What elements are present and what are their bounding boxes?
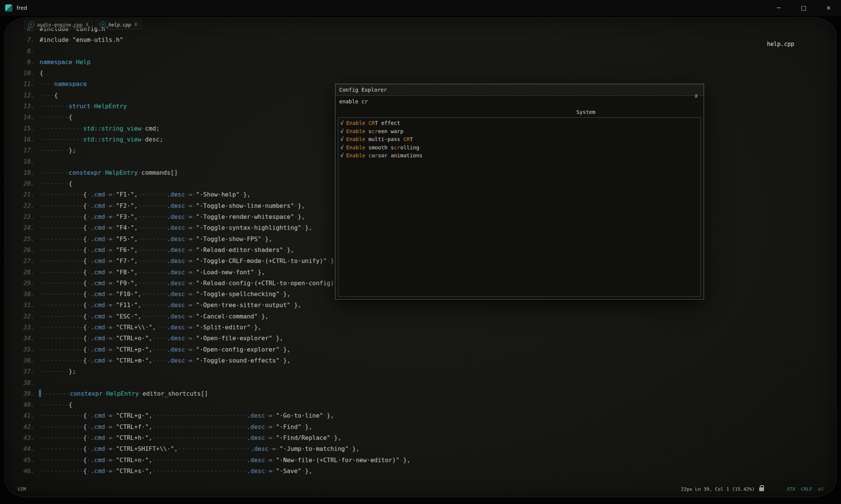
code-line[interactable]: 40.········{: [5, 399, 836, 410]
code-line[interactable]: 46.············{·.cmd·=·"CTRL+s·",······…: [5, 466, 836, 476]
line-number: 17.: [5, 145, 40, 156]
code-line-content: ········constexpr·HelpEntry·commands[]: [40, 167, 178, 178]
code-line-content: ············{·.cmd·=·"CTRL+o·",····.desc…: [40, 333, 283, 344]
window-controls: ─ □ ×: [766, 0, 841, 16]
config-item[interactable]: √Enable multi-pass CRT: [340, 135, 699, 144]
code-line[interactable]: 43.············{·.cmd·=·"CTRL+h·",······…: [5, 432, 836, 443]
code-line-content: ············{·.cmd·=·"CTRL+f·",·········…: [40, 421, 312, 432]
code-line[interactable]: 33.············{·.cmd·=·"CTRL+\\·",···.d…: [5, 322, 836, 333]
code-line-content: ············{·.cmd·=·"F4·",········.desc…: [40, 222, 312, 233]
config-item[interactable]: √Enable CRT effect: [340, 119, 699, 128]
line-number: 12.: [5, 90, 40, 101]
checkbox-checked-icon[interactable]: √: [340, 128, 343, 134]
line-number: 10.: [5, 68, 40, 78]
code-line-content: ········{: [40, 112, 72, 123]
line-number: 30.: [5, 289, 40, 300]
tab-help-cpp[interactable]: + help.cpp X: [95, 20, 141, 29]
config-explorer-header: Config Explorer: [335, 84, 704, 96]
code-line[interactable]: 10.{: [5, 68, 836, 78]
code-line[interactable]: 41.············{·.cmd·=·"CTRL+g·",······…: [5, 410, 836, 421]
code-line-content: ············{·.cmd·=·"CTRL+\\·",···.desc…: [40, 322, 261, 333]
line-number: 38.: [5, 377, 40, 388]
tab-close-icon[interactable]: X: [86, 22, 88, 27]
checkbox-checked-icon[interactable]: √: [340, 136, 343, 142]
code-line-content: ············{·.cmd·=·"F11·",·······.desc…: [40, 300, 301, 310]
minimize-button[interactable]: ─: [766, 0, 791, 16]
code-line-content: ····{: [40, 90, 58, 101]
code-line-content: ············{·.cmd·=·"CTRL+g·",·········…: [40, 410, 334, 421]
status-ws-flag: WS: [818, 486, 824, 492]
line-number: 36.: [5, 355, 40, 366]
config-search-value: enable cr: [339, 98, 368, 104]
config-item-label: Enable multi-pass CRT: [346, 136, 413, 142]
line-number: 25.: [5, 234, 40, 244]
config-item[interactable]: √Enable cursor animations: [340, 152, 699, 160]
code-line-content: ············{·.cmd·=·"CTRL+p·",····.desc…: [40, 344, 291, 355]
code-line[interactable]: 31.············{·.cmd·=·"F11·",·······.d…: [5, 300, 836, 310]
code-line[interactable]: 36.············{·.cmd·=·"CTRL+m·",····.d…: [5, 355, 836, 366]
line-number: 45.: [5, 455, 40, 466]
config-search-input[interactable]: enable cr: [335, 96, 704, 107]
config-item-label: Enable screen warp: [346, 128, 403, 134]
code-line-content: ········constexpr·HelpEntry·editor_short…: [40, 388, 208, 399]
line-number: 7.: [5, 34, 40, 45]
checkbox-checked-icon[interactable]: √: [340, 144, 343, 151]
line-number: 37.: [5, 366, 40, 377]
code-line[interactable]: 39.········constexpr·HelpEntry·editor_sh…: [5, 388, 836, 399]
code-line-content: ········{: [40, 399, 72, 410]
code-line[interactable]: 37.········};: [5, 366, 836, 377]
line-number: 46.: [5, 466, 40, 476]
code-line-content: ············{·.cmd·=·"ESC·",·······.desc…: [40, 311, 269, 322]
status-crlf-flag: CRLF: [801, 486, 812, 492]
tab-close-icon[interactable]: X: [135, 22, 137, 27]
line-number: 21.: [5, 189, 40, 200]
line-number: 16.: [5, 134, 40, 145]
config-item[interactable]: √Enable screen warp: [340, 128, 699, 136]
line-number: 14.: [5, 112, 40, 123]
line-number: 19.: [5, 167, 40, 178]
line-number: 34.: [5, 333, 40, 344]
code-line[interactable]: 35.············{·.cmd·=·"CTRL+p·",····.d…: [5, 344, 836, 355]
config-explorer-title: Config Explorer: [339, 87, 387, 93]
tab-audio-engine-cpp[interactable]: + audio-engine.cpp X: [24, 20, 92, 29]
code-line[interactable]: 42.············{·.cmd·=·"CTRL+f·",······…: [5, 421, 836, 432]
line-number: 8.: [5, 46, 40, 57]
code-line-content: {: [40, 68, 43, 78]
config-section-header: System: [335, 107, 704, 117]
code-line-content: ············{·.cmd·=·"F7·",········.desc…: [40, 255, 338, 266]
text-cursor: [40, 390, 40, 397]
code-line-content: ············std::string_view·desc;: [40, 134, 163, 145]
code-line[interactable]: 7.#include·"enum-utils.h": [5, 34, 836, 45]
line-number: 44.: [5, 443, 40, 454]
config-explorer-panel: Config Explorer X enable cr System √Enab…: [335, 84, 704, 300]
code-line-content: ········};: [40, 145, 76, 156]
line-number: 42.: [5, 421, 40, 432]
close-button[interactable]: ×: [816, 0, 841, 16]
line-number: 11.: [5, 78, 40, 89]
maximize-button[interactable]: □: [791, 0, 816, 16]
code-line[interactable]: 9.namespace·Help: [5, 57, 836, 68]
code-line-content: ············std::string_view·cmd;: [40, 123, 160, 134]
code-line-content: ············{·.cmd·=·"F3·",········.desc…: [40, 211, 305, 222]
code-line[interactable]: 32.············{·.cmd·=·"ESC·",·······.d…: [5, 311, 836, 322]
checkbox-checked-icon[interactable]: √: [340, 152, 343, 158]
config-list: √Enable CRT effect√Enable screen warp√En…: [338, 117, 701, 297]
line-number: 22.: [5, 200, 40, 211]
code-line[interactable]: 38.: [5, 377, 836, 388]
config-item[interactable]: √Enable smooth scrolling: [340, 144, 699, 152]
code-line-content: ············{·.cmd·=·"F6·",········.desc…: [40, 244, 294, 255]
titlebar: fred ─ □ ×: [0, 0, 841, 16]
code-line-content: ········};: [40, 366, 76, 377]
checkbox-checked-icon[interactable]: √: [340, 120, 343, 126]
code-line[interactable]: 34.············{·.cmd·=·"CTRL+o·",····.d…: [5, 333, 836, 344]
code-line-content: ············{·.cmd·=·"CTRL+s·",·········…: [40, 466, 312, 476]
code-line-content: ············{·.cmd·=·"F8·",········.desc…: [40, 267, 265, 278]
config-close-button[interactable]: X: [695, 93, 698, 99]
code-line[interactable]: 8.: [5, 46, 836, 57]
code-line[interactable]: 44.············{·.cmd·=·"CTRL+SHIFT+\\·"…: [5, 443, 836, 454]
tab-label: help.cpp: [108, 22, 131, 28]
code-line[interactable]: 45.············{·.cmd·=·"CTRL+n·",······…: [5, 455, 836, 466]
line-number: 33.: [5, 322, 40, 333]
tab-label: audio-engine.cpp: [37, 22, 82, 28]
status-position-info: 22px Ln 39, Col 1 (15.42%): [681, 486, 755, 492]
